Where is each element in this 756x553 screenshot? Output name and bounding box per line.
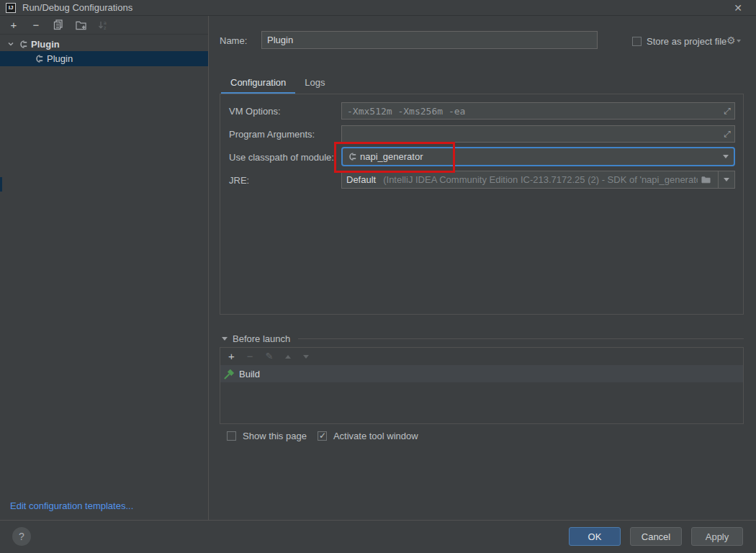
title-bar: IJ Run/Debug Configurations ✕	[0, 0, 756, 16]
configuration-editor: Name: Store as project file ⚙ Configurat…	[210, 16, 756, 520]
before-launch-task-build[interactable]: Build	[220, 365, 743, 382]
jre-value-secondary: (IntelliJ IDEA Community Edition IC-213.…	[383, 174, 698, 185]
sort-az-icon: az	[98, 20, 108, 30]
sort-configurations-button[interactable]: az	[97, 19, 109, 31]
add-task-button[interactable]: +	[228, 351, 235, 361]
jre-label: JRE:	[229, 175, 249, 186]
combo-arrow-icon	[723, 155, 729, 158]
name-input[interactable]	[262, 32, 597, 48]
program-arguments-label: Program Arguments:	[229, 129, 315, 140]
tree-item-label: Plugin	[47, 53, 73, 64]
program-arguments-field-wrap: ⤢	[341, 125, 735, 143]
plugin-icon	[347, 152, 356, 161]
move-down-button[interactable]	[303, 355, 309, 359]
new-folder-icon	[76, 20, 86, 30]
store-settings-gear-button[interactable]: ⚙	[726, 35, 741, 46]
configuration-tabs: Configuration Logs	[221, 73, 335, 94]
remove-task-button[interactable]: −	[247, 351, 253, 361]
module-combo-value: napi_generator	[343, 151, 723, 162]
program-arguments-input[interactable]	[342, 126, 720, 142]
configurations-sidebar: + − az Plugin Plugin Edit configuration …	[0, 16, 209, 520]
ok-button[interactable]: OK	[569, 527, 621, 546]
jre-combo-value: Default (IntelliJ IDEA Community Edition…	[342, 174, 718, 185]
jre-dropdown-button[interactable]	[718, 171, 734, 188]
page-options-row: Show this page Activate tool window	[227, 431, 418, 441]
tab-configuration[interactable]: Configuration	[221, 73, 295, 94]
minus-icon: −	[33, 20, 40, 30]
copy-configuration-button[interactable]	[53, 19, 64, 31]
jre-combobox[interactable]: Default (IntelliJ IDEA Community Edition…	[341, 171, 735, 189]
vm-options-field-wrap: ⤢	[341, 102, 735, 120]
jre-value-primary: Default	[346, 174, 376, 185]
section-divider-line	[298, 338, 744, 339]
chevron-down-icon	[7, 40, 14, 48]
vm-options-input[interactable]	[342, 103, 720, 119]
plugin-icon	[34, 54, 43, 63]
left-edge-marker	[0, 177, 2, 192]
folder-icon	[701, 176, 711, 184]
store-as-project-file-checkbox[interactable]	[632, 37, 642, 46]
copy-icon	[53, 19, 63, 30]
dialog-footer: ? OK Cancel Apply	[0, 520, 756, 553]
before-launch-title: Before launch	[233, 333, 290, 344]
apply-button[interactable]: Apply	[691, 527, 743, 546]
gear-dropdown-arrow-icon	[737, 40, 741, 42]
new-folder-button[interactable]	[75, 19, 86, 31]
build-hammer-icon	[224, 369, 235, 379]
remove-configuration-button[interactable]: −	[30, 19, 42, 31]
expand-field-icon[interactable]: ⤢	[720, 129, 734, 139]
cancel-button[interactable]: Cancel	[630, 527, 682, 546]
svg-text:z: z	[104, 25, 107, 30]
help-button[interactable]: ?	[12, 527, 31, 546]
before-launch-panel: + − ✎ Build	[220, 347, 744, 424]
module-name-text: napi_generator	[360, 151, 423, 162]
run-debug-configurations-dialog: IJ Run/Debug Configurations ✕ + − az Plu…	[0, 0, 756, 553]
collapse-section-icon[interactable]	[222, 337, 228, 341]
add-configuration-button[interactable]: +	[8, 19, 19, 31]
before-launch-header: Before launch	[220, 333, 744, 344]
tree-group-plugin[interactable]: Plugin	[0, 37, 208, 51]
vm-options-label: VM Options:	[229, 106, 281, 117]
edit-task-button[interactable]: ✎	[266, 351, 274, 361]
plus-icon: +	[11, 20, 17, 30]
intellij-logo-icon: IJ	[6, 3, 16, 13]
window-title: Run/Debug Configurations	[22, 2, 132, 13]
gear-icon: ⚙	[726, 35, 736, 46]
expand-field-icon[interactable]: ⤢	[720, 106, 734, 116]
before-launch-toolbar: + − ✎	[220, 348, 743, 365]
activate-tool-window-label[interactable]: Activate tool window	[333, 431, 418, 441]
tab-logs[interactable]: Logs	[295, 73, 334, 94]
footer-buttons: OK Cancel Apply	[569, 527, 743, 546]
store-as-project-file-label[interactable]: Store as project file	[647, 36, 726, 47]
sidebar-toolbar: + − az	[0, 16, 208, 35]
show-this-page-label[interactable]: Show this page	[243, 431, 307, 441]
name-field-wrap	[261, 31, 598, 49]
configuration-panel: VM Options: ⤢ Program Arguments: ⤢ Use c…	[220, 94, 744, 315]
question-mark-icon: ?	[19, 531, 24, 542]
tree-group-label: Plugin	[31, 39, 60, 50]
move-up-button[interactable]	[285, 355, 291, 359]
use-classpath-of-module-label: Use classpath of module:	[229, 152, 334, 163]
task-label: Build	[239, 369, 260, 379]
plugin-icon	[18, 40, 27, 49]
show-this-page-checkbox[interactable]	[227, 431, 236, 441]
module-classpath-combobox[interactable]: napi_generator	[341, 147, 735, 166]
edit-configuration-templates-link[interactable]: Edit configuration templates...	[10, 500, 133, 511]
combo-arrow-icon	[724, 178, 729, 181]
close-icon[interactable]: ✕	[732, 1, 744, 14]
activate-tool-window-checkbox[interactable]	[318, 431, 327, 441]
name-label: Name:	[220, 35, 247, 46]
tree-item-plugin-selected[interactable]: Plugin	[0, 51, 208, 66]
